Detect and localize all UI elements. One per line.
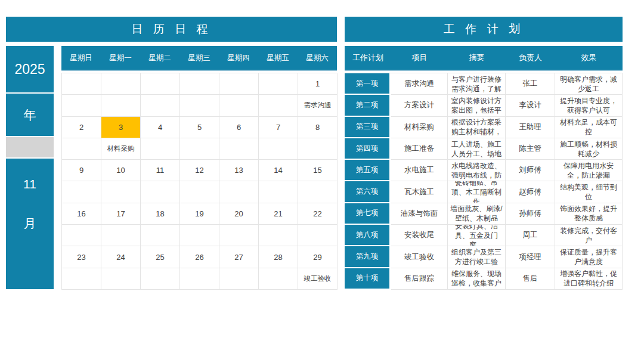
workplan-summary-cell[interactable]: 瓷砖铺贴、吊顶、木工隔断制作: [448, 181, 506, 203]
calendar-date-cell[interactable]: 28: [259, 246, 298, 268]
calendar-date-cell[interactable]: 2: [62, 117, 101, 138]
calendar-event-cell[interactable]: [62, 268, 101, 290]
calendar-event-cell[interactable]: [101, 95, 141, 116]
workplan-effect-cell[interactable]: 明确客户需求，减少返工: [555, 73, 623, 95]
calendar-event-cell[interactable]: [219, 225, 259, 246]
workplan-effect-cell[interactable]: 施工顺畅，材料损耗减少: [555, 138, 623, 160]
calendar-event-cell[interactable]: [62, 225, 101, 246]
calendar-date-cell[interactable]: 11: [141, 160, 180, 181]
calendar-date-cell-highlighted[interactable]: 3: [101, 117, 141, 138]
calendar-date-cell[interactable]: 20: [219, 203, 259, 225]
workplan-project-cell[interactable]: 需求沟通: [391, 73, 448, 95]
calendar-date-cell[interactable]: [62, 73, 101, 95]
workplan-project-cell[interactable]: 瓦木施工: [391, 181, 448, 203]
calendar-date-cell[interactable]: 19: [180, 203, 219, 225]
calendar-date-cell[interactable]: 25: [141, 246, 180, 268]
calendar-event-cell[interactable]: [219, 138, 259, 160]
calendar-event-cell[interactable]: [259, 225, 298, 246]
calendar-date-cell[interactable]: 1: [298, 73, 338, 95]
workplan-effect-cell[interactable]: 保障用电用水安全，防止渗漏: [555, 160, 623, 181]
workplan-effect-cell[interactable]: 提升项目专业度，获得客户认可: [555, 95, 623, 116]
calendar-date-cell[interactable]: 23: [62, 246, 101, 268]
workplan-item-cell[interactable]: 第十项: [345, 268, 391, 290]
workplan-summary-cell[interactable]: 墙面批灰、刷漆/壁纸、木制品: [448, 203, 506, 225]
calendar-event-cell[interactable]: [141, 138, 180, 160]
calendar-event-cell[interactable]: [298, 181, 338, 203]
calendar-date-cell[interactable]: 13: [219, 160, 259, 181]
workplan-effect-cell[interactable]: 材料充足，成本可控: [555, 117, 623, 138]
workplan-summary-cell[interactable]: 工人进场、施工人员分工、场地: [448, 138, 506, 160]
calendar-date-cell[interactable]: 7: [259, 117, 298, 138]
workplan-effect-cell[interactable]: 保证质量，提升客户满意度: [555, 246, 623, 268]
workplan-summary-cell[interactable]: 根据设计方案采购主材和辅材，: [448, 117, 506, 138]
workplan-project-cell[interactable]: 材料采购: [391, 117, 448, 138]
calendar-event-cell[interactable]: [298, 138, 338, 160]
workplan-summary-cell[interactable]: 安装灯具、洁具、五金及门窗，: [448, 225, 506, 246]
calendar-event-cell[interactable]: [298, 225, 338, 246]
calendar-event-cell[interactable]: [141, 268, 180, 290]
calendar-date-cell[interactable]: 16: [62, 203, 101, 225]
calendar-event-cell[interactable]: [180, 138, 219, 160]
workplan-summary-cell[interactable]: 维保服务、现场巡检，收集客户: [448, 268, 506, 290]
workplan-owner-cell[interactable]: 赵师傅: [506, 181, 555, 203]
calendar-event-cell[interactable]: [180, 225, 219, 246]
calendar-date-cell[interactable]: 10: [101, 160, 141, 181]
calendar-date-cell[interactable]: [219, 73, 259, 95]
calendar-date-cell[interactable]: 6: [219, 117, 259, 138]
calendar-event-cell[interactable]: [101, 181, 141, 203]
calendar-date-cell[interactable]: [180, 73, 219, 95]
calendar-event-cell[interactable]: [219, 95, 259, 116]
calendar-date-cell[interactable]: 12: [180, 160, 219, 181]
calendar-date-cell[interactable]: 4: [141, 117, 180, 138]
workplan-summary-cell[interactable]: 与客户进行装修需求沟通，了解: [448, 73, 506, 95]
calendar-event-cell[interactable]: [141, 95, 180, 116]
calendar-event-cell[interactable]: [180, 95, 219, 116]
calendar-event-cell[interactable]: [259, 138, 298, 160]
workplan-item-cell[interactable]: 第四项: [345, 138, 391, 160]
workplan-owner-cell[interactable]: 李设计: [506, 95, 555, 116]
workplan-summary-cell[interactable]: 组织客户及第三方进行竣工验: [448, 246, 506, 268]
calendar-event-cell[interactable]: [259, 95, 298, 116]
calendar-event-cell[interactable]: [101, 268, 141, 290]
calendar-event-cell[interactable]: 需求沟通: [298, 95, 338, 116]
workplan-owner-cell[interactable]: 刘师傅: [506, 160, 555, 181]
workplan-item-cell[interactable]: 第一项: [345, 73, 391, 95]
calendar-event-cell[interactable]: 材料采购: [101, 138, 141, 160]
calendar-date-cell[interactable]: 5: [180, 117, 219, 138]
calendar-date-cell[interactable]: 29: [298, 246, 338, 268]
calendar-date-cell[interactable]: 14: [259, 160, 298, 181]
calendar-event-cell[interactable]: [180, 181, 219, 203]
workplan-owner-cell[interactable]: 周工: [506, 225, 555, 246]
workplan-project-cell[interactable]: 方案设计: [391, 95, 448, 116]
workplan-item-cell[interactable]: 第七项: [345, 203, 391, 225]
calendar-event-cell[interactable]: [219, 181, 259, 203]
workplan-item-cell[interactable]: 第五项: [345, 160, 391, 181]
calendar-event-cell[interactable]: [141, 181, 180, 203]
calendar-event-cell[interactable]: [180, 268, 219, 290]
calendar-event-cell[interactable]: [62, 181, 101, 203]
workplan-item-cell[interactable]: 第二项: [345, 95, 391, 116]
workplan-effect-cell[interactable]: 装修完成，交付客户: [555, 225, 623, 246]
workplan-item-cell[interactable]: 第九项: [345, 246, 391, 268]
workplan-item-cell[interactable]: 第八项: [345, 225, 391, 246]
calendar-event-cell[interactable]: 竣工验收: [298, 268, 338, 290]
workplan-project-cell[interactable]: 安装收尾: [391, 225, 448, 246]
calendar-date-cell[interactable]: 22: [298, 203, 338, 225]
calendar-date-cell[interactable]: 15: [298, 160, 338, 181]
calendar-event-cell[interactable]: [62, 138, 101, 160]
workplan-owner-cell[interactable]: 王助理: [506, 117, 555, 138]
workplan-item-cell[interactable]: 第六项: [345, 181, 391, 203]
calendar-date-cell[interactable]: 21: [259, 203, 298, 225]
workplan-project-cell[interactable]: 油漆与饰面: [391, 203, 448, 225]
workplan-item-cell[interactable]: 第三项: [345, 117, 391, 138]
workplan-owner-cell[interactable]: 陈主管: [506, 138, 555, 160]
workplan-owner-cell[interactable]: 孙师傅: [506, 203, 555, 225]
workplan-project-cell[interactable]: 施工准备: [391, 138, 448, 160]
calendar-event-cell[interactable]: [62, 95, 101, 116]
workplan-project-cell[interactable]: 水电施工: [391, 160, 448, 181]
calendar-event-cell[interactable]: [101, 225, 141, 246]
workplan-summary-cell[interactable]: 室内装修设计方案出图，包括平: [448, 95, 506, 116]
calendar-date-cell[interactable]: 26: [180, 246, 219, 268]
workplan-project-cell[interactable]: 售后跟踪: [391, 268, 448, 290]
calendar-date-cell[interactable]: [141, 73, 180, 95]
